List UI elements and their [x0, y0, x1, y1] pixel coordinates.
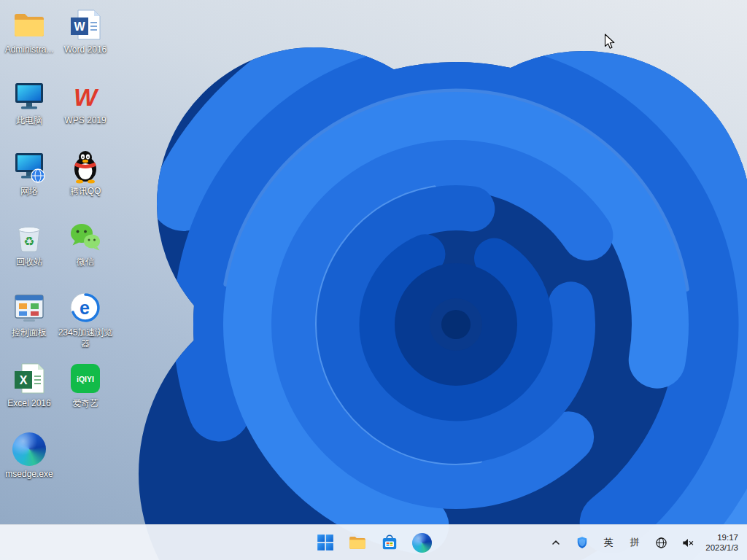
- excel-icon: X: [12, 361, 47, 396]
- desktop-icon-browser-2345[interactable]: e 2345加速浏览器: [58, 290, 113, 349]
- microsoft-store-button[interactable]: [375, 528, 404, 557]
- control-panel-icon: [12, 290, 47, 325]
- desktop-icon-label: 腾讯QQ: [58, 186, 113, 197]
- tray-overflow-button[interactable]: [543, 530, 568, 555]
- excel-letter: X: [20, 374, 28, 386]
- folder-icon: [348, 533, 367, 552]
- recycle-bin-icon: ♻: [12, 219, 47, 254]
- file-explorer-button[interactable]: [343, 528, 372, 557]
- desktop-icon-label: msedge.exe: [1, 469, 57, 480]
- windows-logo-icon: [316, 533, 335, 552]
- volume-mute-button[interactable]: [675, 530, 700, 555]
- iqiyi-icon: iQIYI: [68, 361, 103, 396]
- taskbar-clock[interactable]: 19:17 2023/1/3: [701, 530, 744, 555]
- desktop-icon-iqiyi[interactable]: iQIYI 爱奇艺: [58, 361, 113, 409]
- desktop-icon-msedge[interactable]: msedge.exe: [1, 432, 57, 480]
- edge-icon: [12, 432, 47, 467]
- desktop-icon-label: Administra...: [1, 44, 57, 55]
- globe-icon: [655, 537, 667, 549]
- desktop-icon-network[interactable]: 网络: [1, 149, 57, 197]
- ime-pinyin-indicator[interactable]: 拼: [622, 530, 647, 555]
- start-button[interactable]: [311, 528, 340, 557]
- desktop-icon-excel-2016[interactable]: X Excel 2016: [1, 361, 57, 409]
- word-letter: W: [74, 20, 85, 33]
- iqiyi-wordmark: iQIYI: [77, 375, 94, 384]
- desktop: Administra... W Word 2016: [0, 0, 747, 560]
- qq-penguin-icon: [68, 149, 103, 184]
- desktop-icon-control-panel[interactable]: 控制面板: [1, 290, 57, 338]
- folder-icon: [12, 7, 47, 42]
- monitor-icon: [12, 78, 47, 113]
- taskbar: 英 拼 19:17 2023/1/3: [0, 524, 747, 560]
- desktop-icon-label: 网络: [1, 186, 57, 197]
- desktop-icon-label: 爱奇艺: [58, 398, 113, 409]
- desktop-icon-tencent-qq[interactable]: 腾讯QQ: [58, 149, 113, 197]
- desktop-icon-label: 微信: [58, 257, 113, 268]
- browser-2345-icon: e: [68, 290, 103, 325]
- desktop-icon-label: 控制面板: [1, 327, 57, 338]
- desktop-icon-label: Word 2016: [58, 44, 113, 55]
- tray-time: 19:17: [705, 532, 738, 542]
- volume-mute-icon: [681, 537, 694, 549]
- desktop-icon-wps-2019[interactable]: W WPS 2019: [58, 78, 113, 126]
- chevron-up-icon: [550, 537, 562, 548]
- wechat-icon: [68, 219, 103, 254]
- desktop-icon-label: 2345加速浏览器: [58, 327, 113, 349]
- desktop-icon-administrator-folder[interactable]: Administra...: [1, 7, 57, 55]
- desktop-icon-label: 此电脑: [1, 115, 57, 126]
- recycle-symbol: ♻: [23, 235, 34, 249]
- desktop-icon-recycle-bin[interactable]: ♻ 回收站: [1, 219, 57, 268]
- store-bag-icon: [380, 533, 399, 552]
- language-globe-button[interactable]: [649, 530, 673, 555]
- desktop-icon-label: Excel 2016: [1, 398, 57, 409]
- wps-icon: W: [68, 78, 103, 113]
- desktop-icon-word-2016[interactable]: W Word 2016: [58, 7, 113, 55]
- desktop-icon-this-pc[interactable]: 此电脑: [1, 78, 57, 126]
- edge-icon: [412, 533, 432, 553]
- edge-button[interactable]: [407, 528, 436, 557]
- desktop-icon-label: 回收站: [1, 257, 57, 268]
- word-icon: W: [68, 7, 103, 42]
- e2345-letter: e: [80, 298, 90, 318]
- wps-letter: W: [74, 83, 99, 111]
- system-tray: 英 拼 19:17 2023/1/3: [543, 525, 744, 560]
- security-shield-button[interactable]: [570, 530, 595, 555]
- network-icon: [12, 149, 47, 184]
- desktop-icon-label: WPS 2019: [58, 115, 113, 126]
- desktop-icon-wechat[interactable]: 微信: [58, 219, 113, 268]
- ime-latin-indicator[interactable]: 英: [596, 530, 621, 555]
- tray-date: 2023/1/3: [705, 542, 738, 553]
- taskbar-center-group: [311, 528, 436, 557]
- shield-icon: [576, 536, 589, 549]
